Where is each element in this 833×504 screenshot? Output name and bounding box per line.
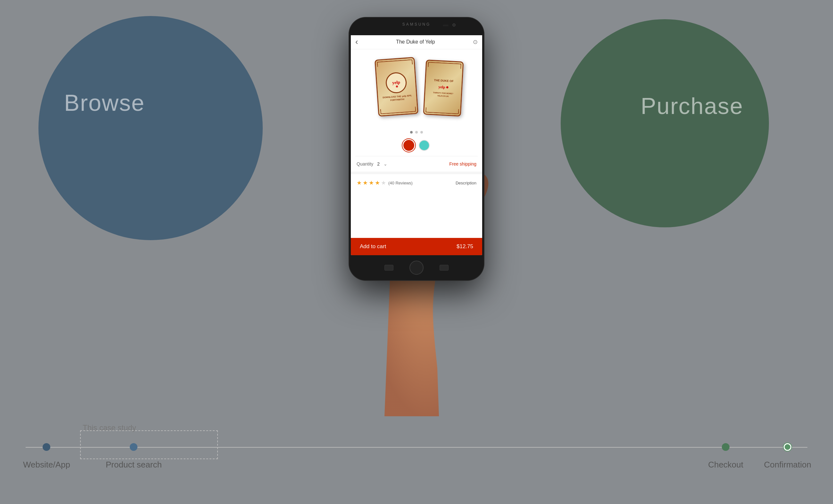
timeline-node-product-search: Product search bbox=[106, 443, 162, 470]
timeline-node-confirmation: Confirmation bbox=[764, 443, 811, 470]
browse-label: Browse bbox=[64, 90, 145, 116]
timeline-section: This case study Website/App Product sear… bbox=[0, 440, 833, 485]
phone-camera bbox=[452, 23, 456, 27]
dot-3[interactable] bbox=[420, 131, 423, 133]
recent-button[interactable] bbox=[439, 265, 449, 271]
label-checkout: Checkout bbox=[708, 460, 743, 470]
carousel-dots bbox=[351, 128, 482, 137]
star-2: ★ bbox=[363, 179, 368, 186]
star-5-half: ★ bbox=[381, 179, 386, 186]
dot-2[interactable] bbox=[415, 131, 418, 133]
back-button[interactable]: ‹ bbox=[355, 37, 358, 47]
description-link[interactable]: Description bbox=[456, 181, 476, 185]
swatch-red[interactable] bbox=[403, 140, 414, 151]
label-product-search: Product search bbox=[106, 460, 162, 470]
swatch-teal[interactable] bbox=[419, 140, 430, 151]
product-title: The Duke of Yelp bbox=[396, 39, 435, 45]
home-button[interactable] bbox=[409, 261, 424, 275]
star-3: ★ bbox=[369, 179, 374, 186]
reviews-count: (40 Reviews) bbox=[388, 181, 413, 185]
dot-website[interactable] bbox=[43, 443, 50, 451]
stars-container[interactable]: ★ ★ ★ ★ ★ (40 Reviews) bbox=[357, 179, 413, 186]
product-images-area: yelp ✺ DOWNLOAD THE yelp APP, FORTHWITH!… bbox=[351, 49, 482, 128]
back-button-hardware[interactable] bbox=[384, 265, 394, 271]
dot-confirmation[interactable] bbox=[784, 443, 791, 451]
add-to-cart-label: Add to cart bbox=[360, 243, 386, 250]
divider-2 bbox=[351, 172, 482, 174]
phone-sensor bbox=[443, 25, 449, 26]
quantity-dropdown-icon[interactable]: ⌄ bbox=[383, 161, 387, 167]
quantity-value: 2 bbox=[377, 161, 380, 167]
label-website: Website/App bbox=[23, 460, 70, 470]
star-4: ★ bbox=[375, 179, 380, 186]
timeline-node-checkout: Checkout bbox=[708, 443, 743, 470]
add-to-cart-bar[interactable]: Add to cart $12.75 bbox=[351, 238, 482, 255]
dot-product-search[interactable] bbox=[130, 443, 138, 451]
phone-screen: ‹ The Duke of Yelp ⊙ yelp ✺ DOWNLOAD THE… bbox=[351, 34, 482, 255]
reviews-row: ★ ★ ★ ★ ★ (40 Reviews) Description bbox=[351, 174, 482, 192]
samsung-brand: SAMSUNG bbox=[402, 22, 431, 27]
purchase-circle bbox=[561, 19, 769, 227]
quantity-label: Quantity bbox=[357, 161, 373, 167]
quantity-left: Quantity 2 ⌄ bbox=[357, 161, 387, 167]
free-shipping-label: Free shipping bbox=[449, 161, 476, 167]
screen-header: ‹ The Duke of Yelp ⊙ bbox=[351, 34, 482, 49]
price-label: $12.75 bbox=[456, 243, 473, 250]
purchase-label: Purchase bbox=[641, 93, 743, 119]
case-study-label: This case study bbox=[83, 423, 136, 432]
product-card-1[interactable]: yelp ✺ DOWNLOAD THE yelp APP, FORTHWITH! bbox=[375, 57, 419, 117]
phone-bottom-bar bbox=[349, 255, 484, 280]
phone-frame: SAMSUNG ‹ The Duke of Yelp ⊙ yelp ✺ DOWN… bbox=[349, 18, 484, 280]
product-card-2[interactable]: THE DUKE OF yelp ✺ THIRSTY FOR MORE?YELP… bbox=[423, 59, 464, 117]
timeline-node-website: Website/App bbox=[23, 443, 70, 470]
star-1: ★ bbox=[357, 179, 362, 186]
phone-top-bar: SAMSUNG bbox=[349, 18, 484, 35]
browse-circle bbox=[39, 16, 263, 240]
label-confirmation: Confirmation bbox=[764, 460, 811, 470]
share-icon[interactable]: ⊙ bbox=[473, 39, 478, 46]
color-swatches bbox=[351, 137, 482, 156]
quantity-row: Quantity 2 ⌄ Free shipping bbox=[351, 156, 482, 172]
dot-checkout[interactable] bbox=[722, 443, 730, 451]
dot-1[interactable] bbox=[410, 131, 413, 133]
